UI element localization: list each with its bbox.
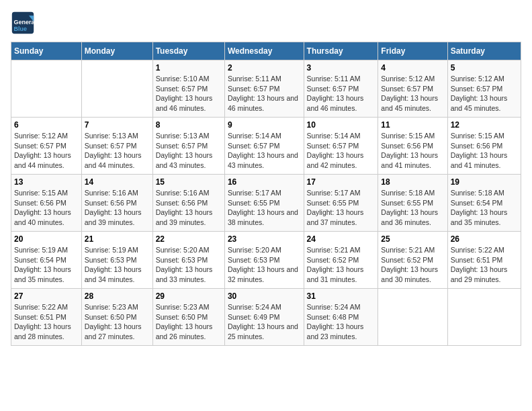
day-info: Sunrise: 5:23 AM Sunset: 6:50 PM Dayligh…	[85, 302, 150, 342]
day-info: Sunrise: 5:15 AM Sunset: 6:56 PM Dayligh…	[14, 188, 79, 228]
calendar-cell: 27Sunrise: 5:22 AM Sunset: 6:51 PM Dayli…	[11, 289, 82, 346]
day-number: 19	[451, 177, 518, 187]
day-number: 21	[85, 234, 150, 244]
calendar-cell: 10Sunrise: 5:14 AM Sunset: 6:57 PM Dayli…	[304, 118, 378, 175]
day-number: 10	[307, 120, 375, 130]
calendar-cell: 3Sunrise: 5:11 AM Sunset: 6:57 PM Daylig…	[304, 60, 378, 118]
day-info: Sunrise: 5:16 AM Sunset: 6:56 PM Dayligh…	[85, 188, 150, 228]
day-number: 15	[156, 177, 222, 187]
calendar-cell: 23Sunrise: 5:20 AM Sunset: 6:53 PM Dayli…	[224, 232, 304, 289]
calendar-cell: 16Sunrise: 5:17 AM Sunset: 6:55 PM Dayli…	[224, 175, 304, 232]
day-number: 27	[14, 291, 79, 301]
calendar-cell: 8Sunrise: 5:13 AM Sunset: 6:57 PM Daylig…	[152, 118, 224, 175]
day-info: Sunrise: 5:15 AM Sunset: 6:56 PM Dayligh…	[451, 131, 518, 171]
day-info: Sunrise: 5:20 AM Sunset: 6:53 PM Dayligh…	[228, 245, 301, 285]
logo: General Blue	[11, 11, 38, 35]
day-info: Sunrise: 5:18 AM Sunset: 6:54 PM Dayligh…	[451, 188, 518, 228]
calendar-cell: 1Sunrise: 5:10 AM Sunset: 6:57 PM Daylig…	[152, 60, 224, 118]
day-number: 18	[381, 177, 444, 187]
day-number: 5	[451, 63, 518, 73]
calendar-cell: 18Sunrise: 5:18 AM Sunset: 6:55 PM Dayli…	[378, 175, 447, 232]
calendar-cell: 7Sunrise: 5:13 AM Sunset: 6:57 PM Daylig…	[81, 118, 152, 175]
calendar-cell: 29Sunrise: 5:23 AM Sunset: 6:50 PM Dayli…	[152, 289, 224, 346]
day-info: Sunrise: 5:21 AM Sunset: 6:52 PM Dayligh…	[307, 245, 375, 285]
calendar-cell: 4Sunrise: 5:12 AM Sunset: 6:57 PM Daylig…	[378, 60, 447, 118]
day-number: 28	[85, 291, 150, 301]
day-number: 12	[451, 120, 518, 130]
calendar-cell	[378, 289, 447, 346]
calendar-cell: 30Sunrise: 5:24 AM Sunset: 6:49 PM Dayli…	[224, 289, 304, 346]
calendar-cell: 2Sunrise: 5:11 AM Sunset: 6:57 PM Daylig…	[224, 60, 304, 118]
day-info: Sunrise: 5:13 AM Sunset: 6:57 PM Dayligh…	[85, 131, 150, 171]
day-number: 4	[381, 63, 444, 73]
page-header: General Blue	[11, 11, 521, 35]
calendar-cell: 21Sunrise: 5:19 AM Sunset: 6:53 PM Dayli…	[81, 232, 152, 289]
day-info: Sunrise: 5:12 AM Sunset: 6:57 PM Dayligh…	[14, 131, 79, 171]
day-info: Sunrise: 5:22 AM Sunset: 6:51 PM Dayligh…	[451, 245, 518, 285]
day-info: Sunrise: 5:11 AM Sunset: 6:57 PM Dayligh…	[228, 74, 301, 113]
calendar-body: 1Sunrise: 5:10 AM Sunset: 6:57 PM Daylig…	[11, 60, 521, 346]
day-info: Sunrise: 5:18 AM Sunset: 6:55 PM Dayligh…	[381, 188, 444, 228]
calendar-cell: 25Sunrise: 5:21 AM Sunset: 6:52 PM Dayli…	[378, 232, 447, 289]
day-info: Sunrise: 5:17 AM Sunset: 6:55 PM Dayligh…	[228, 188, 301, 228]
day-number: 17	[307, 177, 375, 187]
calendar-cell: 6Sunrise: 5:12 AM Sunset: 6:57 PM Daylig…	[11, 118, 82, 175]
day-number: 31	[307, 291, 375, 301]
weekday-header-saturday: Saturday	[447, 42, 521, 60]
day-number: 22	[156, 234, 222, 244]
day-info: Sunrise: 5:11 AM Sunset: 6:57 PM Dayligh…	[307, 74, 375, 113]
day-info: Sunrise: 5:22 AM Sunset: 6:51 PM Dayligh…	[14, 302, 79, 342]
day-info: Sunrise: 5:16 AM Sunset: 6:56 PM Dayligh…	[156, 188, 222, 228]
calendar-cell: 5Sunrise: 5:12 AM Sunset: 6:57 PM Daylig…	[447, 60, 521, 118]
calendar-cell: 15Sunrise: 5:16 AM Sunset: 6:56 PM Dayli…	[152, 175, 224, 232]
day-number: 1	[156, 63, 222, 73]
day-info: Sunrise: 5:12 AM Sunset: 6:57 PM Dayligh…	[451, 74, 518, 113]
svg-text:General: General	[14, 19, 36, 26]
day-info: Sunrise: 5:24 AM Sunset: 6:48 PM Dayligh…	[307, 302, 375, 342]
day-number: 13	[14, 177, 79, 187]
weekday-header-tuesday: Tuesday	[152, 42, 224, 60]
calendar-cell: 12Sunrise: 5:15 AM Sunset: 6:56 PM Dayli…	[447, 118, 521, 175]
day-number: 6	[14, 120, 79, 130]
day-info: Sunrise: 5:13 AM Sunset: 6:57 PM Dayligh…	[156, 131, 222, 171]
calendar-cell: 11Sunrise: 5:15 AM Sunset: 6:56 PM Dayli…	[378, 118, 447, 175]
calendar-cell: 26Sunrise: 5:22 AM Sunset: 6:51 PM Dayli…	[447, 232, 521, 289]
calendar-cell: 14Sunrise: 5:16 AM Sunset: 6:56 PM Dayli…	[81, 175, 152, 232]
day-info: Sunrise: 5:12 AM Sunset: 6:57 PM Dayligh…	[381, 74, 444, 113]
calendar-cell: 13Sunrise: 5:15 AM Sunset: 6:56 PM Dayli…	[11, 175, 82, 232]
day-info: Sunrise: 5:23 AM Sunset: 6:50 PM Dayligh…	[156, 302, 222, 342]
calendar-cell: 19Sunrise: 5:18 AM Sunset: 6:54 PM Dayli…	[447, 175, 521, 232]
day-number: 9	[228, 120, 301, 130]
day-number: 24	[307, 234, 375, 244]
day-number: 29	[156, 291, 222, 301]
weekday-header-wednesday: Wednesday	[224, 42, 304, 60]
calendar-cell: 22Sunrise: 5:20 AM Sunset: 6:53 PM Dayli…	[152, 232, 224, 289]
weekday-header-sunday: Sunday	[11, 42, 82, 60]
day-number: 11	[381, 120, 444, 130]
logo-icon: General Blue	[11, 11, 35, 35]
weekday-header-row: SundayMondayTuesdayWednesdayThursdayFrid…	[11, 42, 521, 60]
day-number: 3	[307, 63, 375, 73]
day-number: 7	[85, 120, 150, 130]
day-info: Sunrise: 5:10 AM Sunset: 6:57 PM Dayligh…	[156, 74, 222, 113]
weekday-header-friday: Friday	[378, 42, 447, 60]
day-number: 25	[381, 234, 444, 244]
calendar-cell: 9Sunrise: 5:14 AM Sunset: 6:57 PM Daylig…	[224, 118, 304, 175]
calendar-table: SundayMondayTuesdayWednesdayThursdayFrid…	[11, 42, 521, 346]
day-number: 14	[85, 177, 150, 187]
calendar-cell: 24Sunrise: 5:21 AM Sunset: 6:52 PM Dayli…	[304, 232, 378, 289]
calendar-cell: 17Sunrise: 5:17 AM Sunset: 6:55 PM Dayli…	[304, 175, 378, 232]
calendar-week-2: 6Sunrise: 5:12 AM Sunset: 6:57 PM Daylig…	[11, 118, 521, 175]
day-info: Sunrise: 5:21 AM Sunset: 6:52 PM Dayligh…	[381, 245, 444, 285]
calendar-week-4: 20Sunrise: 5:19 AM Sunset: 6:54 PM Dayli…	[11, 232, 521, 289]
day-info: Sunrise: 5:19 AM Sunset: 6:53 PM Dayligh…	[85, 245, 150, 285]
day-info: Sunrise: 5:17 AM Sunset: 6:55 PM Dayligh…	[307, 188, 375, 228]
calendar-week-3: 13Sunrise: 5:15 AM Sunset: 6:56 PM Dayli…	[11, 175, 521, 232]
calendar-cell	[11, 60, 82, 118]
day-info: Sunrise: 5:14 AM Sunset: 6:57 PM Dayligh…	[307, 131, 375, 171]
day-number: 26	[451, 234, 518, 244]
day-number: 2	[228, 63, 301, 73]
day-info: Sunrise: 5:24 AM Sunset: 6:49 PM Dayligh…	[228, 302, 301, 342]
day-info: Sunrise: 5:14 AM Sunset: 6:57 PM Dayligh…	[228, 131, 301, 171]
calendar-cell	[81, 60, 152, 118]
